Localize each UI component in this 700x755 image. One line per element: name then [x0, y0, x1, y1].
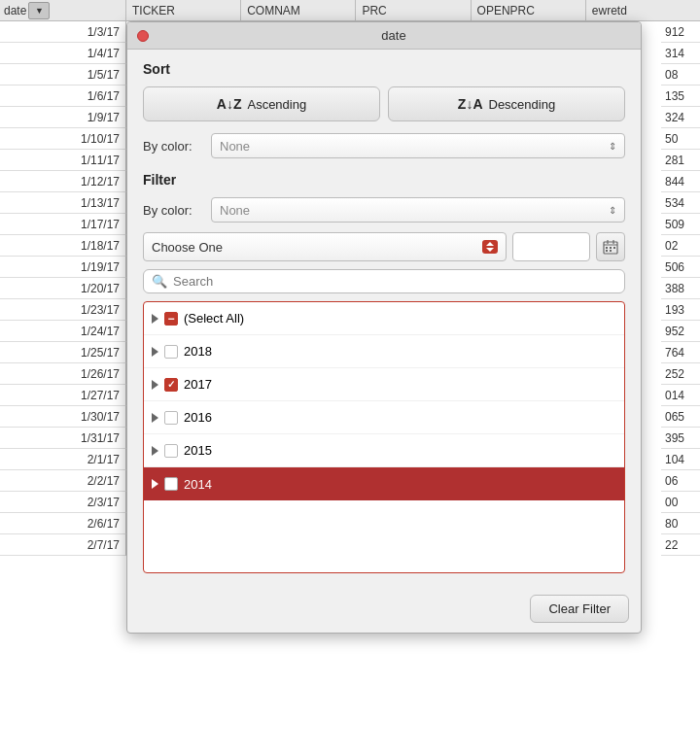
filter-checkbox[interactable]: [164, 444, 178, 458]
filter-checkbox[interactable]: [164, 378, 178, 392]
clear-filter-button[interactable]: Clear Filter: [530, 595, 629, 623]
right-cell: 065: [661, 406, 700, 428]
right-cell: 506: [661, 257, 700, 278]
descending-icon: Z↓A: [458, 96, 483, 112]
ticker-column-header: TICKER: [126, 0, 241, 20]
ascending-button[interactable]: A↓Z Ascending: [143, 86, 380, 121]
filter-section: Filter By color: None ⇕ Choose One: [143, 172, 625, 573]
filter-section-title: Filter: [143, 172, 625, 188]
filter-color-arrow-icon: ⇕: [609, 205, 616, 216]
date-cell: 1/30/17: [0, 406, 126, 428]
right-cell: 509: [661, 214, 700, 235]
descending-button[interactable]: Z↓A Descending: [388, 86, 625, 121]
sort-buttons: A↓Z Ascending Z↓A Descending: [143, 86, 625, 121]
sort-by-color-row: By color: None ⇕: [143, 133, 625, 158]
right-column: 9123140813532450281844534509025063881939…: [661, 21, 700, 755]
date-cell: 1/23/17: [0, 299, 126, 321]
date-cell: 1/17/17: [0, 214, 126, 235]
date-cell: 1/25/17: [0, 342, 126, 363]
date-cell: 2/1/17: [0, 449, 126, 470]
ascending-label: Ascending: [247, 97, 306, 112]
expand-triangle-icon: [152, 314, 158, 324]
filter-by-color-label: By color:: [143, 203, 201, 218]
expand-triangle-icon: [152, 380, 158, 390]
date-cell: 2/6/17: [0, 513, 126, 534]
filter-value-field[interactable]: [519, 240, 583, 254]
filter-item-label: 2014: [184, 477, 212, 492]
date-column: 1/3/171/4/171/5/171/6/171/9/171/10/171/1…: [0, 21, 126, 755]
calendar-button[interactable]: [596, 232, 625, 261]
filter-item-label: 2018: [184, 344, 212, 359]
openprc-column-header: OPENPRC: [472, 0, 586, 20]
search-box[interactable]: 🔍: [143, 269, 625, 293]
date-cell: 1/3/17: [0, 21, 126, 43]
filter-list-item[interactable]: 2018: [144, 335, 624, 368]
filter-checkbox[interactable]: [164, 312, 178, 326]
date-filter-button[interactable]: ▼: [28, 2, 50, 19]
right-cell: 844: [661, 171, 700, 192]
calendar-icon: [603, 239, 618, 255]
popup-body: Sort A↓Z Ascending Z↓A Descending By col…: [127, 50, 641, 585]
date-cell: 1/12/17: [0, 171, 126, 192]
date-cell: 1/31/17: [0, 428, 126, 449]
filter-list-item[interactable]: 2016: [144, 401, 624, 434]
popup-title: date: [157, 28, 631, 43]
popup-close-dot[interactable]: [137, 30, 149, 42]
filter-by-color-value: None: [220, 203, 250, 218]
sort-by-color-select[interactable]: None ⇕: [211, 133, 625, 158]
filter-list-item[interactable]: (Select All): [144, 302, 624, 335]
choose-one-arrow-icon: [482, 240, 498, 254]
expand-triangle-icon: [152, 479, 158, 489]
filter-checkbox[interactable]: [164, 345, 178, 359]
filter-item-label: (Select All): [184, 311, 244, 326]
date-cell: 2/3/17: [0, 492, 126, 513]
filter-checkbox[interactable]: [164, 477, 178, 491]
date-cell: 1/18/17: [0, 235, 126, 257]
filter-by-color-select[interactable]: None ⇕: [211, 197, 625, 223]
filter-item-label: 2017: [184, 377, 212, 392]
right-cell: 324: [661, 107, 700, 128]
filter-list-item[interactable]: 2017: [144, 368, 624, 401]
filter-list-item[interactable]: 2014: [144, 467, 624, 500]
filter-popup: date Sort A↓Z Ascending Z↓A Descending B…: [126, 21, 642, 634]
sort-color-arrow-icon: ⇕: [609, 141, 616, 152]
svg-rect-8: [610, 250, 612, 252]
search-input[interactable]: [173, 274, 616, 289]
right-cell: 104: [661, 449, 700, 470]
filter-by-color-row: By color: None ⇕: [143, 197, 625, 223]
date-cell: 1/13/17: [0, 192, 126, 214]
filter-value-input[interactable]: [512, 232, 590, 261]
svg-rect-4: [606, 247, 608, 249]
date-cell: 1/20/17: [0, 278, 126, 299]
filter-list: (Select All)20182017201620152014: [143, 301, 625, 573]
svg-rect-5: [610, 247, 612, 249]
filter-checkbox[interactable]: [164, 411, 178, 425]
right-cell: 952: [661, 321, 700, 342]
comnam-column-header: COMNAM: [241, 0, 356, 20]
date-column-header[interactable]: date ▼: [0, 0, 126, 20]
right-cell: 314: [661, 43, 700, 64]
expand-triangle-icon: [152, 446, 158, 456]
date-cell: 1/26/17: [0, 363, 126, 385]
right-cell: 912: [661, 21, 700, 43]
right-cell: 00: [661, 492, 700, 513]
expand-triangle-icon: [152, 413, 158, 423]
right-cell: 764: [661, 342, 700, 363]
filter-item-label: 2016: [184, 410, 212, 425]
table-header: date ▼ TICKER COMNAM PRC OPENPRC ewretd: [0, 0, 700, 21]
sort-section-title: Sort: [143, 61, 625, 77]
choose-one-select[interactable]: Choose One: [143, 232, 507, 261]
date-cell: 2/2/17: [0, 470, 126, 492]
filter-item-label: 2015: [184, 443, 212, 458]
right-cell: 50: [661, 128, 700, 150]
prc-column-header: PRC: [356, 0, 471, 20]
date-cell: 1/4/17: [0, 43, 126, 64]
right-cell: 395: [661, 428, 700, 449]
filter-list-item[interactable]: 2015: [144, 434, 624, 467]
date-cell: 1/27/17: [0, 385, 126, 406]
descending-label: Descending: [489, 97, 556, 112]
popup-header: date: [127, 22, 641, 50]
sort-by-color-label: By color:: [143, 139, 201, 154]
date-cell: 1/10/17: [0, 128, 126, 150]
right-cell: 534: [661, 192, 700, 214]
